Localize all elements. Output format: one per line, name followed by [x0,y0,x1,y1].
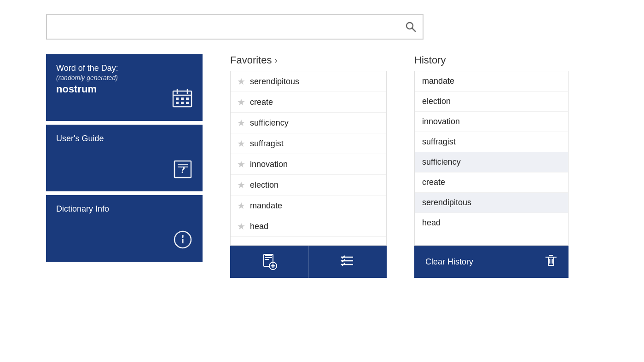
word-of-day-tile[interactable]: Word of the Day: (randomly generated) no… [46,54,203,121]
clear-history-button[interactable]: Clear History [414,246,569,278]
add-favorite-icon [261,253,278,270]
help-icon: ? [173,160,192,183]
favorites-item-text: sufficiency [250,118,289,128]
svg-rect-7 [181,98,184,100]
star-icon: ★ [237,97,245,108]
search-button[interactable] [399,15,423,39]
info-icon: i [173,230,192,253]
list-item[interactable]: ★ head [231,216,386,237]
svg-rect-21 [265,257,272,258]
list-item[interactable]: innovation [415,112,568,132]
history-item-text: serendipitous [422,198,471,207]
svg-rect-6 [176,98,179,100]
add-favorite-button[interactable] [230,246,309,278]
list-item[interactable]: election [415,92,568,112]
favorites-item-text: serendipitous [250,77,299,86]
history-item-text: create [422,178,445,187]
star-icon: ★ [237,179,245,190]
history-column: History mandate election innovation suff… [414,54,569,278]
favorites-title: Favorites [230,54,272,66]
favorites-list: ★ serendipitous ★ create ★ sufficiency ★… [230,71,387,246]
history-item-text: election [422,97,451,106]
svg-text:?: ? [180,164,186,175]
star-icon: ★ [237,221,245,232]
main-layout: Word of the Day: (randomly generated) no… [46,54,598,278]
svg-point-18 [182,235,184,237]
favorites-item-text: election [250,180,278,190]
history-item-text: suffragist [422,137,456,146]
list-item[interactable]: ★ suffragist [231,133,386,154]
star-icon: ★ [237,138,245,149]
list-item[interactable]: sufficiency [415,152,568,172]
favorites-header: Favorites › [230,54,387,66]
history-item-text: head [422,218,441,227]
trash-icon [545,253,557,270]
list-item[interactable]: mandate [415,71,568,92]
svg-rect-11 [186,102,189,104]
favorites-item-text: innovation [250,160,288,169]
tile-title-dictionary-info: Dictionary Info [56,204,192,214]
manage-favorites-button[interactable] [309,246,387,278]
page-container: Word of the Day: (randomly generated) no… [0,0,644,292]
list-item[interactable]: ★ sufficiency [231,113,386,133]
favorites-item-text: create [250,98,273,107]
svg-line-1 [412,29,416,32]
svg-rect-9 [176,102,179,104]
list-item[interactable]: ★ serendipitous [231,71,386,92]
dictionary-info-tile[interactable]: Dictionary Info i [46,195,203,262]
star-icon: ★ [237,117,245,128]
svg-rect-22 [265,259,269,260]
list-item[interactable]: ★ create [231,92,386,113]
history-list: mandate election innovation suffragist s… [414,71,569,246]
list-item[interactable]: head [415,213,568,233]
clear-history-label: Clear History [425,257,473,267]
list-item[interactable]: ★ election [231,175,386,195]
history-item-text: innovation [422,117,460,126]
history-item-text: sufficiency [422,157,461,167]
tile-subtitle-word-of-day: (randomly generated) [56,74,192,81]
search-bar [46,14,424,40]
star-icon: ★ [237,159,245,170]
svg-rect-20 [265,255,272,256]
star-icon: ★ [237,200,245,211]
favorites-column: Favorites › ★ serendipitous ★ create ★ s… [230,54,387,278]
history-item-text: mandate [422,76,454,86]
star-icon: ★ [237,76,245,87]
tile-title-word-of-day: Word of the Day: [56,63,192,73]
list-item[interactable]: serendipitous [415,193,568,213]
tile-title-users-guide: User's Guide [56,134,192,144]
svg-rect-10 [181,102,184,104]
favorites-actions [230,246,387,278]
favorites-chevron[interactable]: › [274,56,277,65]
favorites-item-text: head [250,222,268,231]
list-item[interactable]: create [415,172,568,193]
manage-favorites-icon [339,253,356,270]
users-guide-tile[interactable]: User's Guide ? [46,125,203,191]
list-item[interactable]: suffragist [415,132,568,152]
calendar-icon [172,88,192,113]
history-header: History [414,54,569,66]
favorites-item-text: mandate [250,201,282,211]
favorites-item-text: suffragist [250,139,284,149]
svg-rect-8 [186,98,189,100]
list-item[interactable]: ★ innovation [231,154,386,175]
left-column: Word of the Day: (randomly generated) no… [46,54,203,262]
history-title: History [414,54,446,66]
list-item[interactable]: ★ mandate [231,195,386,216]
search-input[interactable] [47,15,399,39]
